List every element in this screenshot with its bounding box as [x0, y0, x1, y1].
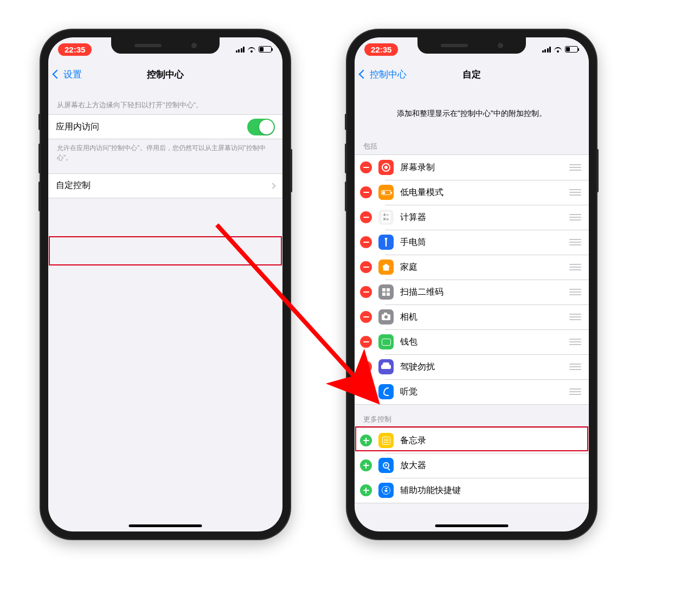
phone-left: 22:35 设置 控制中心 从屏幕右上方边缘向下轻扫以打开"控制中心"。 应用内…	[41, 30, 290, 539]
control-label: 驾驶勿扰	[400, 361, 569, 373]
batt-icon	[378, 185, 394, 200]
rec-icon	[378, 160, 394, 175]
more-controls-list: 备忘录放大器辅助功能快捷键	[355, 427, 589, 503]
add-button[interactable]	[360, 484, 372, 496]
control-row[interactable]: 低电量模式	[355, 180, 589, 205]
control-label: 计算器	[400, 212, 569, 223]
control-row[interactable]: 手电筒	[355, 230, 589, 255]
control-label: 相机	[400, 312, 569, 323]
remove-button[interactable]	[360, 336, 372, 348]
phone-right: 22:35 控制中心 自定 添加和整理显示在"控制中心"中的附加控制。 包括 屏…	[347, 30, 596, 539]
status-time-pill[interactable]: 22:35	[58, 43, 92, 56]
drag-handle-icon[interactable]	[569, 264, 581, 270]
control-label: 放大器	[400, 460, 581, 471]
page-title: 控制中心	[48, 68, 282, 81]
add-button[interactable]	[360, 459, 372, 471]
cell-label: 应用内访问	[56, 121, 247, 133]
acc-icon	[378, 483, 394, 498]
remove-button[interactable]	[360, 161, 372, 173]
signal-icon	[542, 47, 551, 53]
status-time-pill[interactable]: 22:35	[364, 43, 398, 56]
control-label: 听觉	[400, 386, 569, 398]
add-button[interactable]	[360, 435, 372, 446]
control-label: 辅助功能快捷键	[400, 485, 581, 496]
wallet-icon	[378, 334, 394, 349]
group-app-access: 应用内访问	[48, 114, 282, 139]
cam-icon	[378, 309, 394, 325]
control-label: 扫描二维码	[400, 287, 569, 298]
control-label: 手电筒	[400, 237, 569, 248]
section-header-more: 更多控制	[355, 405, 589, 427]
section-hint: 从屏幕右上方边缘向下轻扫以打开"控制中心"。	[48, 87, 282, 114]
control-label: 屏幕录制	[400, 162, 569, 173]
drag-handle-icon[interactable]	[569, 214, 581, 221]
control-row[interactable]: 辅助功能快捷键	[355, 478, 589, 503]
control-row[interactable]: 钱包	[355, 329, 589, 354]
drag-handle-icon[interactable]	[569, 388, 581, 395]
status-icons	[542, 46, 579, 53]
back-button[interactable]: 设置	[54, 68, 82, 81]
drag-handle-icon[interactable]	[569, 189, 581, 196]
note-icon	[378, 433, 394, 448]
control-label: 钱包	[400, 336, 569, 348]
cell-label: 自定控制	[56, 180, 271, 191]
drag-handle-icon[interactable]	[569, 289, 581, 295]
notch	[111, 37, 220, 54]
screen-left: 22:35 设置 控制中心 从屏幕右上方边缘向下轻扫以打开"控制中心"。 应用内…	[48, 37, 282, 531]
back-label: 控制中心	[370, 68, 407, 81]
control-row[interactable]: 相机	[355, 304, 589, 329]
home-icon	[378, 260, 394, 275]
battery-icon	[565, 46, 578, 53]
remove-button[interactable]	[360, 186, 372, 198]
chevron-right-icon	[269, 183, 275, 189]
toggle-in-app-access[interactable]	[247, 119, 275, 135]
drag-handle-icon[interactable]	[569, 164, 581, 171]
chevron-left-icon	[53, 70, 62, 79]
mag-icon	[378, 458, 394, 473]
control-row[interactable]: 放大器	[355, 453, 589, 478]
nav-bar: 设置 控制中心	[48, 61, 282, 87]
status-icons	[236, 46, 272, 53]
remove-button[interactable]	[360, 311, 372, 323]
drag-handle-icon[interactable]	[569, 314, 581, 320]
back-label: 设置	[63, 68, 82, 81]
car-icon	[378, 359, 394, 374]
drag-handle-icon[interactable]	[569, 339, 581, 345]
highlight-box	[49, 236, 282, 265]
drag-handle-icon[interactable]	[569, 239, 581, 245]
instruction-text: 添加和整理显示在"控制中心"中的附加控制。	[355, 87, 589, 132]
nav-bar: 控制中心 自定	[355, 61, 589, 87]
screen-right: 22:35 控制中心 自定 添加和整理显示在"控制中心"中的附加控制。 包括 屏…	[355, 37, 589, 531]
cell-customize-controls[interactable]: 自定控制	[48, 174, 282, 198]
control-row[interactable]: 备忘录	[355, 428, 589, 453]
cell-in-app-access[interactable]: 应用内访问	[48, 115, 282, 139]
group-customize: 自定控制	[48, 173, 282, 198]
remove-button[interactable]	[360, 386, 372, 398]
wifi-icon	[554, 46, 562, 53]
included-list: 屏幕录制低电量模式+−×÷计算器手电筒家庭扫描二维码相机钱包驾驶勿扰听觉	[355, 154, 589, 405]
qr-icon	[378, 284, 394, 300]
remove-button[interactable]	[360, 211, 372, 223]
ear-icon	[378, 384, 394, 399]
control-label: 家庭	[400, 262, 569, 273]
control-row[interactable]: 听觉	[355, 379, 589, 404]
home-indicator[interactable]	[435, 524, 509, 527]
remove-button[interactable]	[360, 286, 372, 298]
control-row[interactable]: 家庭	[355, 255, 589, 280]
control-row[interactable]: 驾驶勿扰	[355, 354, 589, 379]
remove-button[interactable]	[360, 261, 372, 273]
control-row[interactable]: 屏幕录制	[355, 155, 589, 180]
control-row[interactable]: +−×÷计算器	[355, 205, 589, 230]
signal-icon	[236, 47, 245, 53]
torch-icon	[378, 235, 394, 250]
calc-icon: +−×÷	[378, 210, 394, 225]
remove-button[interactable]	[360, 361, 372, 373]
back-button[interactable]: 控制中心	[360, 68, 407, 81]
cell-footer: 允许在应用内访问"控制中心"。停用后，您仍然可以从主屏幕访问"控制中心"。	[48, 139, 282, 173]
chevron-left-icon	[359, 70, 368, 79]
control-row[interactable]: 扫描二维码	[355, 280, 589, 304]
remove-button[interactable]	[360, 236, 372, 248]
control-label: 低电量模式	[400, 187, 569, 198]
drag-handle-icon[interactable]	[569, 364, 581, 370]
home-indicator[interactable]	[129, 524, 202, 527]
